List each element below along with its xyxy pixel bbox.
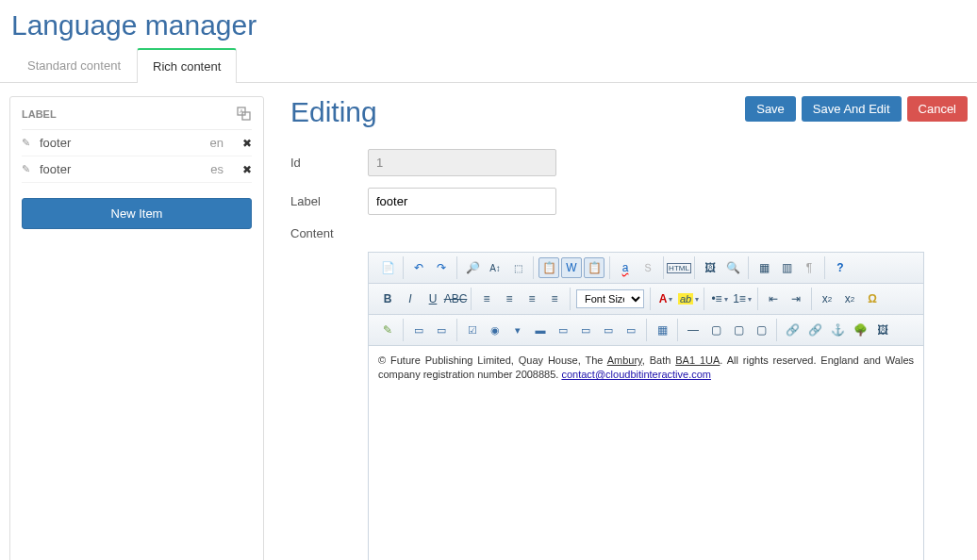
font-size-select[interactable]: Font Size [576, 289, 644, 308]
bullet-list-icon[interactable]: •≡ [709, 288, 730, 309]
content-panel: Editing Save Save And Edit Cancel Id Lab… [264, 96, 968, 560]
special-char-icon[interactable]: Ω [862, 288, 883, 309]
highlight-color-icon[interactable]: ab [678, 288, 699, 309]
editor-toolbar: 📄 ↶ ↷ 🔎 A↕ ⬚ 📋 W 📋 [369, 253, 923, 284]
superscript-icon[interactable]: x2 [839, 288, 860, 309]
form-hidden-icon[interactable]: ▭ [575, 320, 596, 340]
embed-icon[interactable]: ▢ [751, 320, 771, 340]
label-item-text: footer [40, 162, 210, 176]
text-color-icon[interactable]: A [655, 288, 676, 309]
id-field [368, 149, 556, 176]
select-all-icon[interactable]: ⬚ [507, 257, 528, 278]
find-icon[interactable]: 🔎 [462, 257, 483, 278]
label-field[interactable] [368, 188, 556, 215]
html-source-icon[interactable]: HTML [669, 257, 689, 278]
italic-icon[interactable]: I [400, 288, 421, 309]
align-left-icon[interactable]: ≡ [476, 288, 497, 309]
sidebar-panel: LABEL A ✎ footer en ✖ ✎ footer es ✖ New … [9, 96, 264, 560]
align-center-icon[interactable]: ≡ [499, 288, 520, 309]
label-item[interactable]: ✎ footer es ✖ [22, 156, 252, 183]
image-icon[interactable]: 🖼 [700, 257, 720, 278]
content-link: BA1 1UA [675, 354, 720, 366]
insert-image-icon[interactable]: 🖼 [872, 320, 893, 340]
form-checkbox-icon[interactable]: ☑ [462, 320, 483, 340]
form-file-icon[interactable]: ▭ [598, 320, 619, 340]
indent-icon[interactable]: ⇥ [786, 288, 806, 309]
editor-content[interactable]: © Future Publishing Limited, Quay House,… [369, 346, 923, 560]
editor-toolbar-insert: ✎ ▭ ▭ ☑ ◉ ▾ ▬ ▭ ▭ ▭ ▭ [369, 315, 923, 346]
form-image-icon[interactable]: ▭ [553, 320, 573, 340]
editing-heading: Editing [290, 96, 377, 128]
strike-icon[interactable]: ABC [445, 288, 466, 309]
new-item-button[interactable]: New Item [22, 198, 252, 229]
form-select-icon[interactable]: ▾ [507, 320, 528, 340]
tab-bar: Standard content Rich content [0, 47, 977, 83]
edit-block-icon[interactable]: ✎ [377, 320, 398, 340]
bold-icon[interactable]: B [377, 288, 398, 309]
label-field-label: Label [290, 194, 368, 208]
table-icon[interactable]: ▦ [652, 320, 672, 340]
undo-icon[interactable]: ↶ [408, 257, 429, 278]
rich-text-editor: 📄 ↶ ↷ 🔎 A↕ ⬚ 📋 W 📋 [368, 252, 924, 560]
content-field-label: Content [290, 226, 368, 240]
tab-rich-content[interactable]: Rich content [137, 48, 237, 83]
action-buttons: Save Save And Edit Cancel [745, 96, 968, 122]
content-email-link[interactable]: contact@cloudbitinteractive.com [561, 369, 711, 380]
help-icon[interactable]: ? [830, 257, 851, 278]
spellcheck-icon[interactable]: a [615, 257, 636, 278]
number-list-icon[interactable]: 1≡ [732, 288, 753, 309]
layout-icon[interactable]: ▦ [753, 257, 774, 278]
content-text: , Bath [642, 354, 675, 366]
form-input-icon[interactable]: ▭ [408, 320, 429, 340]
form-radio-icon[interactable]: ◉ [485, 320, 505, 340]
template-icon[interactable]: ▥ [776, 257, 797, 278]
editor-toolbar-format: B I U ABC ≡ ≡ ≡ ≡ Font Size [369, 284, 923, 315]
save-button[interactable]: Save [745, 96, 796, 122]
paste-code-icon[interactable]: 📋 [584, 257, 604, 278]
translate-icon[interactable]: A [237, 107, 252, 122]
save-and-edit-button[interactable]: Save And Edit [802, 96, 902, 122]
svg-rect-1 [242, 112, 250, 120]
remove-icon[interactable]: ✖ [242, 163, 252, 176]
media-icon[interactable]: 🌳 [850, 320, 870, 340]
id-field-label: Id [290, 156, 368, 170]
hr-icon[interactable]: — [683, 320, 704, 340]
link-icon[interactable]: 🔗 [782, 320, 803, 340]
div-icon[interactable]: ▢ [705, 320, 726, 340]
anchor-icon[interactable]: ⚓ [827, 320, 848, 340]
tab-standard-content[interactable]: Standard content [11, 48, 137, 83]
edit-icon[interactable]: ✎ [22, 137, 30, 149]
preview-icon[interactable]: 🔍 [722, 257, 743, 278]
label-item-text: footer [40, 136, 210, 150]
edit-icon[interactable]: ✎ [22, 163, 30, 175]
new-file-icon[interactable]: 📄 [377, 257, 398, 278]
unlink-icon[interactable]: 🔗 [804, 320, 825, 340]
form-button-icon[interactable]: ▬ [530, 320, 551, 340]
paste-word-icon[interactable]: W [561, 257, 582, 278]
page-title: Language manager [0, 0, 977, 47]
label-item[interactable]: ✎ footer en ✖ [22, 130, 252, 156]
align-right-icon[interactable]: ≡ [522, 288, 542, 309]
form-submit-icon[interactable]: ▭ [621, 320, 641, 340]
underline-icon[interactable]: U [422, 288, 443, 309]
cancel-button[interactable]: Cancel [907, 96, 968, 122]
subscript-icon[interactable]: x2 [817, 288, 837, 309]
content-text: © Future Publishing Limited, Quay House,… [378, 354, 607, 366]
svg-text:A: A [240, 108, 243, 114]
form-textarea-icon[interactable]: ▭ [431, 320, 452, 340]
clean-icon[interactable]: Ｓ [638, 257, 658, 278]
content-link: Ambury [607, 354, 642, 366]
align-justify-icon[interactable]: ≡ [544, 288, 565, 309]
sidebar-header-label: LABEL [22, 108, 57, 120]
iframe-icon[interactable]: ▢ [728, 320, 749, 340]
replace-icon[interactable]: A↕ [485, 257, 505, 278]
paste-text-icon[interactable]: 📋 [538, 257, 559, 278]
remove-icon[interactable]: ✖ [242, 137, 252, 150]
label-item-lang: es [210, 162, 224, 176]
redo-icon[interactable]: ↷ [431, 257, 452, 278]
pagebreak-icon[interactable]: ¶ [799, 257, 820, 278]
label-item-lang: en [210, 136, 224, 150]
outdent-icon[interactable]: ⇤ [763, 288, 784, 309]
